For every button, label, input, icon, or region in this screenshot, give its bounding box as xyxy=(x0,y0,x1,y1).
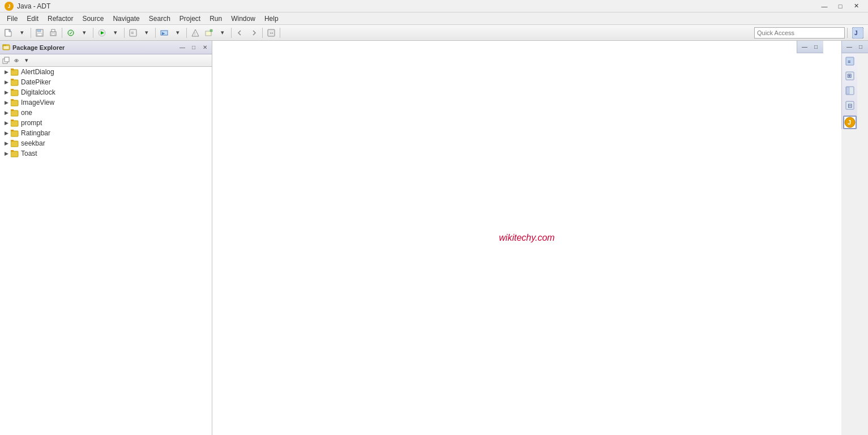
right-panel-maximize-btn[interactable]: □ xyxy=(856,42,866,52)
toolbar-dropdown-2[interactable]: ▾ xyxy=(78,27,91,39)
svg-rect-39 xyxy=(11,99,14,100)
svg-rect-34 xyxy=(11,80,18,86)
minimize-button[interactable]: — xyxy=(817,1,832,11)
project-prompt[interactable]: ▶ prompt xyxy=(0,118,212,128)
project-ratingbar[interactable]: ▶ Ratingbar xyxy=(0,128,212,138)
right-panel-minimize-btn[interactable]: — xyxy=(844,42,854,52)
menu-file[interactable]: File xyxy=(2,12,22,24)
java-perspective-active[interactable]: J xyxy=(843,116,857,129)
window-title: Java - ADT xyxy=(17,2,50,10)
arrow-one: ▶ xyxy=(2,109,10,117)
svg-rect-55 xyxy=(846,87,849,94)
separator-3 xyxy=(93,28,93,38)
separator-1 xyxy=(31,28,31,38)
svg-point-30 xyxy=(15,59,18,62)
editor-maximize-btn[interactable]: □ xyxy=(811,42,821,52)
project-icon-toast xyxy=(10,149,19,158)
svg-rect-42 xyxy=(11,121,18,126)
toolbar-dropdown-5[interactable]: ▾ xyxy=(216,27,229,39)
run-dropdown[interactable]: ▾ xyxy=(109,27,122,39)
perspective-open-button[interactable]: J xyxy=(850,27,866,39)
svg-rect-7 xyxy=(52,29,55,32)
menu-window[interactable]: Window xyxy=(226,12,260,24)
toolbar-btn-7[interactable]: ! xyxy=(189,27,202,39)
run-button[interactable] xyxy=(96,27,108,39)
sidebar-btn-4[interactable]: ⊟ xyxy=(843,99,857,112)
arrow-prompt: ▶ xyxy=(2,119,10,127)
project-name-digitalclock: Digitalclock xyxy=(21,88,55,96)
svg-rect-32 xyxy=(11,70,14,71)
project-icon-seekbar xyxy=(10,139,19,148)
link-with-editor-button[interactable] xyxy=(11,56,22,66)
title-bar-left: J Java - ADT xyxy=(5,2,50,11)
package-explorer-content[interactable]: ▶ AlertDialog ▶ xyxy=(0,67,212,435)
collapse-all-button[interactable] xyxy=(1,56,11,66)
menu-run[interactable]: Run xyxy=(205,12,226,24)
sidebar-btn-1[interactable]: ≡ xyxy=(843,54,857,68)
close-panel-button[interactable]: ✕ xyxy=(200,43,209,52)
quick-access-input[interactable] xyxy=(754,27,845,39)
toolbar-btn-8[interactable] xyxy=(203,27,215,39)
svg-rect-48 xyxy=(11,151,18,157)
svg-rect-4 xyxy=(37,29,41,32)
new-button[interactable] xyxy=(2,27,15,39)
view-menu-button[interactable]: ▾ xyxy=(22,56,32,66)
project-toast[interactable]: ▶ Toast xyxy=(0,148,212,159)
svg-text:J: J xyxy=(854,30,858,36)
toolbar: ▾ ✓ ▾ ▾ ≡ ▾ ▶ ▾ ! ▾ ↔ xyxy=(0,25,868,41)
right-panel-controls: — □ xyxy=(841,41,868,53)
print-button[interactable] xyxy=(47,27,59,39)
menu-search[interactable]: Search xyxy=(144,12,175,24)
close-button[interactable]: ✕ xyxy=(849,1,863,11)
toolbar-dropdown-1[interactable]: ▾ xyxy=(16,27,28,39)
menu-source[interactable]: Source xyxy=(78,12,108,24)
right-panel: — □ ≡ ⊞ xyxy=(841,41,868,435)
toolbar-dropdown-3[interactable]: ▾ xyxy=(140,27,153,39)
svg-rect-37 xyxy=(11,89,14,90)
watermark: wikitechy.com xyxy=(499,233,554,243)
project-icon-alert-dialog xyxy=(10,67,19,76)
toolbar-btn-5[interactable]: ≡ xyxy=(127,27,139,39)
forward-button[interactable] xyxy=(247,27,260,39)
toolbar-btn-10[interactable]: ↔ xyxy=(265,27,277,39)
arrow-seekbar: ▶ xyxy=(2,139,10,147)
maximize-button[interactable]: □ xyxy=(833,1,848,11)
project-imageview[interactable]: ▶ ImageView xyxy=(0,97,212,108)
svg-rect-27 xyxy=(3,46,9,49)
project-alert-dialog[interactable]: ▶ AlertDialog xyxy=(0,67,212,77)
editor-minimize-btn[interactable]: — xyxy=(799,42,810,52)
project-seekbar[interactable]: ▶ seekbar xyxy=(0,138,212,148)
back-button[interactable] xyxy=(234,27,246,39)
menu-edit[interactable]: Edit xyxy=(22,12,43,24)
sidebar-btn-3[interactable] xyxy=(843,84,857,97)
right-sidebar: ≡ ⊞ ⊟ xyxy=(841,53,857,129)
toolbar-dropdown-4[interactable]: ▾ xyxy=(172,27,184,39)
menu-navigate[interactable]: Navigate xyxy=(108,12,144,24)
menu-help[interactable]: Help xyxy=(260,12,283,24)
project-date-piker[interactable]: ▶ DatePiker xyxy=(0,77,212,87)
project-name-imageview: ImageView xyxy=(21,99,54,106)
menu-refactor[interactable]: Refactor xyxy=(43,12,78,24)
panel-header: Package Explorer — □ ✕ xyxy=(0,41,212,54)
toolbar-btn-6[interactable]: ▶ xyxy=(158,27,170,39)
quick-access-area xyxy=(754,27,845,39)
menu-project[interactable]: Project xyxy=(175,12,205,24)
svg-rect-36 xyxy=(11,90,18,96)
svg-text:✓: ✓ xyxy=(69,31,73,36)
project-digitalclock[interactable]: ▶ Digitalclock xyxy=(0,87,212,97)
svg-rect-49 xyxy=(11,150,14,151)
toolbar-btn-3[interactable]: ✓ xyxy=(65,27,77,39)
maximize-panel-button[interactable]: □ xyxy=(189,43,198,52)
window-controls: — □ ✕ xyxy=(817,1,863,11)
svg-rect-26 xyxy=(3,45,6,46)
minimize-panel-button[interactable]: — xyxy=(178,43,187,52)
svg-rect-43 xyxy=(11,120,14,121)
menu-bar: File Edit Refactor Source Navigate Searc… xyxy=(0,12,868,25)
project-one[interactable]: ▶ one xyxy=(0,108,212,118)
arrow-imageview: ▶ xyxy=(2,99,10,106)
save-button[interactable] xyxy=(33,27,46,39)
sidebar-btn-2[interactable]: ⊞ xyxy=(843,69,857,83)
svg-text:↔: ↔ xyxy=(269,30,274,36)
svg-rect-46 xyxy=(11,141,18,147)
arrow-toast: ▶ xyxy=(2,150,10,157)
